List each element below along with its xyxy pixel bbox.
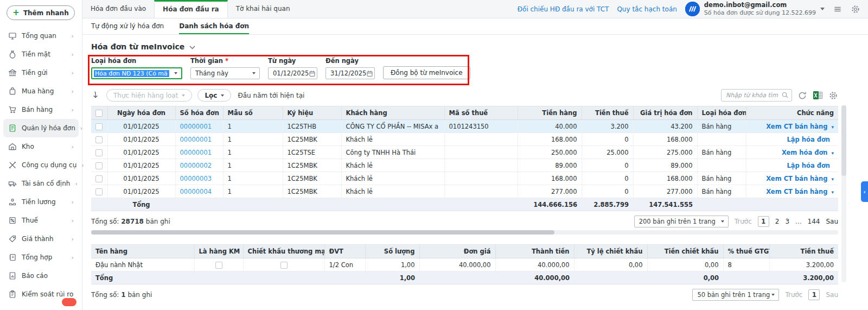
chevron-down-icon[interactable]: ▾ bbox=[831, 189, 834, 195]
items-next-page-button[interactable]: Sau bbox=[826, 291, 838, 299]
col-ma-so-thue[interactable]: Mã số thuế bbox=[444, 106, 518, 120]
table-row[interactable]: 01/01/2025 00000001 1 1C25TSE Công ty TN… bbox=[91, 146, 838, 159]
invoice-number-link[interactable]: 00000001 bbox=[180, 123, 212, 130]
table-row[interactable]: 01/01/2025 00000001 1 1C25THB CÔNG TY CỔ… bbox=[91, 120, 838, 133]
col-thanh-tien[interactable]: Thành tiền bbox=[495, 245, 574, 258]
chevron-down-icon[interactable] bbox=[189, 46, 195, 49]
invoice-number-link[interactable]: 00000003 bbox=[180, 175, 212, 182]
sidebar-item-thue[interactable]: Thuế › bbox=[3, 211, 79, 230]
col-khach-hang[interactable]: Khách hàng bbox=[341, 106, 444, 120]
sidebar-item-mua-hang[interactable]: Mua hàng › bbox=[3, 82, 79, 100]
col-mau-so[interactable]: Mẫu số bbox=[223, 106, 283, 120]
items-prev-page-button[interactable]: Trước bbox=[785, 291, 802, 299]
invoice-number-link[interactable]: 00000001 bbox=[180, 149, 212, 156]
invoice-type-select[interactable]: Hóa đơn NĐ 123 (Có mã CQT) bbox=[91, 67, 182, 79]
row-action-link[interactable]: Xem CT bán hàng bbox=[766, 175, 827, 182]
trade-discount-checkbox[interactable] bbox=[280, 262, 288, 269]
col-ky-hieu[interactable]: Ký hiệu bbox=[283, 106, 341, 120]
col-dvt[interactable]: ĐVT bbox=[324, 245, 365, 258]
scrollbar-thumb[interactable] bbox=[91, 230, 554, 235]
row-action-link[interactable]: Lập hóa đơn bbox=[787, 162, 831, 169]
row-action-link[interactable]: Lập hóa đơn bbox=[787, 136, 831, 143]
chevron-down-icon[interactable]: ▾ bbox=[831, 124, 834, 130]
col-thue-gtgt[interactable]: % thuế GTGT bbox=[723, 245, 769, 258]
sidebar-item-tien-luong[interactable]: Tiền lương › bbox=[3, 193, 79, 211]
item-row[interactable]: Đậu nành Nhật 1/2 Con 1,00 40.000,00 40.… bbox=[91, 258, 838, 271]
col-don-gia[interactable]: Đơn giá bbox=[419, 245, 495, 258]
col-tien-thue[interactable]: Tiền thuế bbox=[582, 106, 633, 120]
search-icon[interactable] bbox=[781, 91, 789, 99]
sidebar-item-quan-ly-hoa-don[interactable]: Quản lý hóa đơn › bbox=[3, 119, 79, 137]
tab-hoa-don-dau-ra[interactable]: Hóa đơn đầu ra bbox=[154, 0, 228, 18]
export-excel-icon[interactable] bbox=[813, 91, 823, 100]
prev-page-button[interactable]: Trước bbox=[735, 218, 752, 225]
invoice-number-link[interactable]: 00000004 bbox=[180, 188, 212, 195]
invoice-number-link[interactable]: 00000002 bbox=[180, 162, 212, 169]
items-page-size-select[interactable]: 50 bản ghi trên 1 trang bbox=[692, 289, 779, 301]
chevron-down-icon[interactable] bbox=[820, 8, 825, 10]
page-1-current[interactable]: 1 bbox=[758, 216, 769, 227]
col-chiet-khau-thuong-mai[interactable]: Chiết khấu thương mại bbox=[243, 245, 324, 258]
download-icon[interactable] bbox=[91, 91, 100, 100]
page-2[interactable]: 2 bbox=[775, 218, 780, 225]
bulk-action-button[interactable]: Thực hiện hàng loạt bbox=[106, 89, 192, 102]
refresh-icon[interactable] bbox=[797, 91, 807, 100]
subtab-tu-dong-xu-ly[interactable]: Tự động xử lý hóa đơn bbox=[91, 18, 164, 34]
col-tien-thue[interactable]: Tiền thuế bbox=[769, 245, 838, 258]
user-menu[interactable]: demo.inbot@gmail.com Số hóa đơn được sử … bbox=[685, 1, 825, 16]
col-loai-hoa-don[interactable]: Loại hóa đơn bbox=[697, 106, 746, 120]
row-checkbox[interactable] bbox=[95, 136, 103, 143]
tab-to-khai-hai-quan[interactable]: Tờ khai hải quan bbox=[228, 0, 298, 18]
time-select[interactable]: Tháng này bbox=[190, 67, 260, 79]
table-row[interactable]: 01/01/2025 00000004 1 1C25MBK Khách lẻ 2… bbox=[91, 185, 838, 198]
tab-hoa-don-dau-vao[interactable]: Hóa đơn đầu vào bbox=[82, 0, 154, 18]
subtab-danh-sach-hoa-don[interactable]: Danh sách hóa đơn bbox=[179, 18, 249, 34]
row-action-link[interactable]: Xem CT bán hàng bbox=[766, 188, 827, 195]
table-settings-gear-icon[interactable] bbox=[828, 91, 838, 100]
table-row[interactable]: 01/01/2025 00000002 1 1C25MBK Khách lẻ 8… bbox=[91, 159, 838, 172]
promo-checkbox[interactable] bbox=[215, 262, 222, 269]
row-checkbox[interactable] bbox=[95, 162, 103, 169]
sidebar-item-tien-mat[interactable]: Tiền mặt › bbox=[3, 45, 79, 64]
col-ten-hang[interactable]: Tên hàng bbox=[91, 245, 194, 258]
row-checkbox[interactable] bbox=[95, 175, 103, 182]
row-action-link[interactable]: Xem hóa đơn bbox=[782, 149, 828, 156]
sidebar-item-tien-gui[interactable]: Tiền gửi › bbox=[3, 64, 79, 82]
filter-button[interactable]: Lọc bbox=[197, 89, 231, 102]
calendar-icon[interactable] bbox=[366, 70, 373, 77]
vertical-scrollbar-thumb[interactable] bbox=[841, 105, 846, 176]
sidebar-item-ban-hang[interactable]: Bán hàng › bbox=[3, 100, 79, 119]
col-gia-tri-hoa-don[interactable]: Giá trị hóa đơn bbox=[633, 106, 697, 120]
col-ty-le-chiet-khau[interactable]: Tỷ lệ chiết khấu bbox=[574, 245, 647, 258]
col-tien-hang[interactable]: Tiền hàng bbox=[518, 106, 582, 120]
row-checkbox[interactable] bbox=[95, 123, 103, 130]
sync-meinvoice-button[interactable]: Đồng bộ từ meInvoice bbox=[383, 66, 470, 79]
calendar-icon[interactable] bbox=[309, 70, 316, 77]
col-la-hang-km[interactable]: Là hàng KM bbox=[194, 245, 243, 258]
col-chuc-nang[interactable]: Chức năng bbox=[746, 106, 838, 120]
sidebar-item-kho[interactable]: Kho › bbox=[3, 137, 79, 156]
row-checkbox[interactable] bbox=[95, 149, 103, 156]
collapse-panel-toggle[interactable]: ‹ bbox=[861, 181, 868, 202]
col-tien-chiet-khau[interactable]: Tiền chiết khấu bbox=[647, 245, 723, 258]
page-144[interactable]: 144 bbox=[808, 218, 820, 225]
row-checkbox[interactable] bbox=[95, 188, 103, 195]
sidebar-item-cong-cu-dung-cu[interactable]: Công cụ dụng cụ › bbox=[3, 156, 79, 174]
sidebar-item-bao-cao[interactable]: Báo cáo bbox=[3, 267, 79, 285]
chevron-down-icon[interactable]: ▾ bbox=[831, 176, 834, 182]
chevron-down-icon[interactable]: ▾ bbox=[831, 150, 834, 156]
invoice-number-link[interactable]: 00000001 bbox=[180, 136, 212, 143]
items-page-1-current[interactable]: 1 bbox=[808, 289, 820, 300]
table-row[interactable]: 01/01/2025 00000001 1 1C25MBK Khách lẻ 1… bbox=[91, 133, 838, 146]
col-so-hoa-don[interactable]: Số hóa đơn bbox=[175, 106, 223, 120]
to-date-input[interactable]: 31/12/2025 bbox=[326, 67, 375, 79]
card-menu-icon[interactable] bbox=[833, 4, 843, 14]
sidebar-item-tong-hop[interactable]: Tổng hợp › bbox=[3, 248, 79, 267]
col-ngay-hoa-don[interactable]: Ngày hóa đơn bbox=[107, 106, 175, 120]
row-action-link[interactable]: Xem CT bán hàng bbox=[766, 123, 827, 130]
from-date-input[interactable]: 01/12/2025 bbox=[268, 67, 317, 79]
page-3[interactable]: 3 bbox=[785, 218, 789, 225]
link-doi-chieu-tct[interactable]: Đối chiếu HĐ đầu ra với TCT bbox=[518, 5, 609, 13]
sidebar-item-tong-quan[interactable]: Tổng quan › bbox=[3, 27, 79, 45]
quick-add-button[interactable]: + Thêm nhanh bbox=[7, 5, 75, 20]
